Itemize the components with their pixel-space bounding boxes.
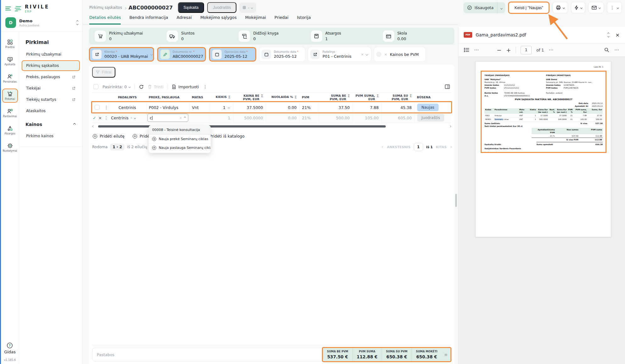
tab-detalios-eilutes[interactable]: Detalios eilutės	[89, 15, 121, 24]
saved-status-chip[interactable]: Išsaugota	[463, 2, 505, 13]
row-checkbox-cell[interactable]	[92, 102, 102, 113]
filters-button[interactable]: Filtrai	[92, 67, 115, 78]
tab-mokejimo-salygos[interactable]: Mokėjimo sąlygos	[200, 15, 237, 24]
prev-page-icon[interactable]	[382, 146, 384, 148]
col-kiekis[interactable]: ΣKIEKIS	[209, 93, 233, 102]
col-suma-su-pvm[interactable]: ΣSUMA SU PVM, EUR	[381, 93, 414, 102]
col-preke-paslauga[interactable]: PREKĖ, PASLAUGA	[146, 93, 189, 102]
edit-nuolaida-cell[interactable]: 0.00	[266, 113, 299, 123]
tab-adresai[interactable]: Adresai	[177, 15, 192, 24]
summary-card-didzioji-knyga[interactable]: Didžioji knyga0	[235, 30, 307, 42]
rail-item-apskaita[interactable]: Apskaita	[2, 54, 18, 68]
col-kaina-be-pvm[interactable]: ΣKAINA BE PVM, EUR	[233, 93, 266, 102]
email-button[interactable]	[588, 2, 604, 13]
status-juodrastis-button[interactable]: Juodraštis	[207, 2, 236, 13]
more-icon[interactable]: ⋯	[549, 47, 554, 53]
table-row[interactable]: ⋮ Centrinis P002 - Virdulys Vnt 1≡ 37.50…	[92, 102, 451, 113]
horizontal-scrollbar[interactable]	[92, 124, 451, 129]
chevron-updown-icon[interactable]	[77, 21, 78, 24]
color-status-dropdown[interactable]: -	[240, 3, 256, 13]
row-checkbox[interactable]	[95, 105, 100, 110]
select-all-checkbox[interactable]	[93, 84, 98, 89]
cell-busena[interactable]: Naujas	[414, 102, 451, 113]
guide-icon[interactable]: ?	[7, 342, 13, 349]
sidebar-item-pirkimu-uzsakymai[interactable]: Pirkimų užsakymai	[22, 49, 80, 60]
klientas-field[interactable]: Klientas *00020 - UAB Mokymai	[89, 47, 154, 62]
kainos-be-pvm-toggle[interactable]: × Kainos be PVM	[374, 47, 425, 62]
summary-card-atsargos[interactable]: Atsargos1	[308, 30, 380, 42]
add-from-catalog-link[interactable]: Pridėti iš katalogo	[209, 134, 245, 139]
rail-item-pirkimai[interactable]: Pirkimai	[2, 89, 18, 103]
sidebar-item-ataskaitos[interactable]: Ataskaitos	[22, 106, 80, 116]
cell-pvm[interactable]: 21%	[299, 102, 319, 113]
col-matas[interactable]: MATAS	[189, 93, 209, 102]
sum-icon[interactable]: Σ	[295, 95, 297, 100]
sum-icon[interactable]: Σ	[261, 94, 263, 98]
external-link-icon[interactable]	[92, 50, 102, 59]
add-row-link[interactable]: +Pridėti eilutę	[93, 134, 124, 139]
sum-icon[interactable]: Σ	[348, 94, 350, 98]
chevron-down-icon[interactable]	[150, 53, 153, 56]
totals-menu-icon[interactable]: ≡	[441, 348, 451, 361]
dropdown-new-product[interactable]: +Nauja prekė Seminarų ciklas	[149, 135, 211, 144]
col-pvm-suma[interactable]: ΣPVM SUMA, EUR	[352, 93, 381, 102]
clear-icon[interactable]: ×	[361, 52, 364, 57]
notes-input[interactable]	[92, 352, 312, 357]
rail-item-pardavimai[interactable]: Pardavimai	[2, 106, 18, 120]
scroll-left-icon[interactable]	[92, 125, 94, 127]
edit-pvm-cell[interactable]: 21%	[299, 113, 319, 123]
cell-nuolaida[interactable]: 0.00	[266, 102, 299, 113]
edit-preke-cell[interactable]: c ×	[146, 113, 189, 123]
more-icon[interactable]: ⋯	[614, 47, 619, 53]
sum-icon[interactable]: Σ	[228, 95, 230, 100]
tab-mokejimai[interactable]: Mokėjimai	[245, 15, 266, 24]
pdf-page-input[interactable]	[521, 46, 532, 54]
tab-priedai[interactable]: Priedai	[274, 15, 288, 24]
rail-item-pradzia[interactable]: Pradžia	[2, 37, 18, 51]
dropdown-new-service[interactable]: +Nauja paslauga Seminarų ciklas	[149, 144, 211, 152]
sidebar-item-tiekeju-sutartys[interactable]: Tiekėjų sutartys	[22, 94, 80, 105]
cell-padalinys[interactable]: Centrinis	[108, 102, 146, 113]
actions-button[interactable]	[571, 2, 586, 13]
summary-card-uzsakymai[interactable]: Pirkimų užsakymai0	[91, 30, 163, 42]
chevron-down-icon[interactable]	[134, 117, 136, 119]
cell-pvm-suma[interactable]: 7.88	[352, 102, 381, 113]
dropdown-option[interactable]: 00008 - Teisinė konsultacija	[149, 125, 211, 135]
padalinys-field[interactable]: PadalinysP01 - Centrinis ×	[308, 47, 371, 62]
sidebar-item-pirkimu-saskaitos[interactable]: Pirkimų sąskaitos	[22, 60, 80, 71]
product-search-input[interactable]: c ×	[147, 114, 188, 122]
edit-padalinys-cell[interactable]: Centrinis×	[108, 113, 146, 123]
edit-kaina-cell[interactable]: 500.0000	[233, 113, 266, 123]
edit-suma-su-cell[interactable]: 605.00	[381, 113, 414, 123]
scrollbar-thumb[interactable]	[98, 125, 386, 128]
rail-item-personalas[interactable]: Personalas	[2, 71, 18, 85]
cell-kaina[interactable]: 37.5000	[233, 102, 266, 113]
toggle-knob-icon[interactable]	[376, 52, 381, 57]
operacijos-data-field[interactable]: Operacijos data *2025-05-12	[209, 47, 256, 62]
chevron-updown-icon[interactable]	[608, 33, 609, 37]
zoom-in-icon[interactable]: +	[506, 47, 511, 53]
more-icon[interactable]: ⋯	[474, 47, 479, 53]
close-icon[interactable]: ×	[616, 32, 620, 38]
import-button[interactable]: Importuoti	[172, 84, 199, 89]
summary-card-skola[interactable]: Skola0.00	[380, 30, 452, 42]
table-row-edit[interactable]: ✓×⋮ Centrinis× c × 1 500.0000 0.00 21%	[92, 113, 451, 123]
scroll-right-icon[interactable]	[449, 125, 451, 127]
sidebar-item-pirkimo-kainos[interactable]: Pirkimo kainos	[22, 131, 80, 141]
menu-toggle-icon[interactable]	[5, 6, 11, 11]
pdf-viewer[interactable]: Lapo Nr. 1 TIEKĖJAS (PARDAVĖJAS) UAB "Mo…	[458, 57, 625, 364]
col-pvm[interactable]: PVM	[299, 93, 319, 102]
sidebar-section-kainos[interactable]: Kainos	[19, 117, 82, 130]
selected-count[interactable]: Pasirinkta: 0	[102, 84, 130, 89]
edit-matas-cell[interactable]	[189, 113, 209, 123]
panel-resize-handle[interactable]	[455, 194, 457, 207]
outline-icon[interactable]	[464, 48, 469, 52]
kebab-icon[interactable]: ⋮	[203, 84, 208, 89]
kebab-icon[interactable]: ⋮	[104, 115, 108, 120]
cell-preke[interactable]: P002 - Virdulys	[146, 102, 189, 113]
edit-pvm-suma-cell[interactable]: 105.00	[352, 113, 381, 123]
tab-bendra-informacija[interactable]: Bendra informacija	[129, 15, 168, 24]
breadcrumb[interactable]: Pirkimų sąskaitos	[89, 5, 122, 10]
next-page-icon[interactable]	[450, 146, 451, 148]
col-suma-be-pvm[interactable]: ΣSUMA BE PVM, EUR	[319, 93, 352, 102]
